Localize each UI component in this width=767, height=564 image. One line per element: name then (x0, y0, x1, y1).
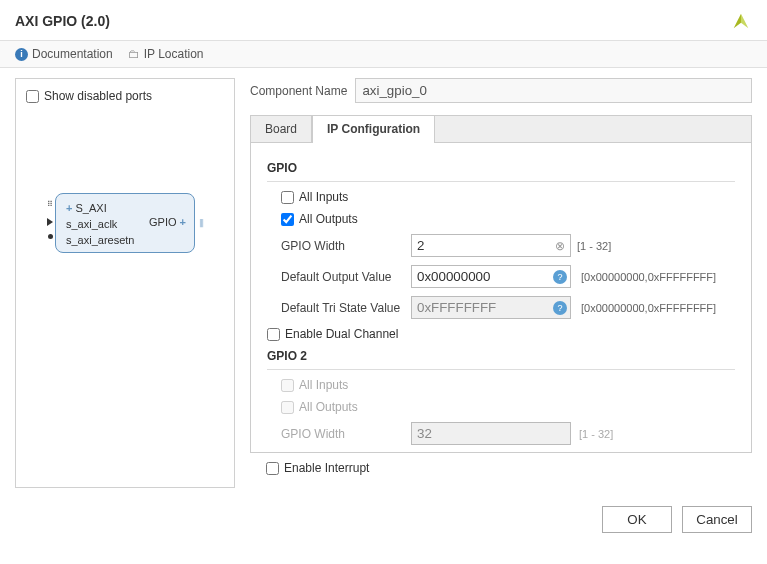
documentation-link[interactable]: i Documentation (15, 47, 113, 61)
info-icon[interactable]: ? (553, 270, 567, 284)
gpio-dts-input[interactable] (411, 296, 571, 319)
enable-interrupt-label: Enable Interrupt (284, 461, 369, 475)
page-title: AXI GPIO (2.0) (15, 13, 110, 29)
tab-bar: Board IP Configuration (250, 115, 752, 143)
gpio-all-outputs-checkbox[interactable] (281, 213, 294, 226)
folder-icon: 🗀 (128, 47, 140, 61)
enable-dual-channel-checkbox[interactable] (267, 328, 280, 341)
info-icon: i (15, 48, 28, 61)
port-s-axi: S_AXI (76, 202, 107, 214)
gpio-all-outputs-label: All Outputs (299, 212, 358, 226)
bus-marker-icon: ⠿ (47, 200, 52, 209)
gpio-dts-label: Default Tri State Value (281, 301, 411, 315)
expand-icon[interactable]: + (180, 216, 186, 228)
toolbar: i Documentation 🗀 IP Location (0, 40, 767, 68)
gpio-all-inputs-checkbox[interactable] (281, 191, 294, 204)
divider (267, 369, 735, 370)
gpio2-all-outputs-label: All Outputs (299, 400, 358, 414)
tab-ip-configuration[interactable]: IP Configuration (312, 116, 435, 143)
show-disabled-ports-checkbox[interactable] (26, 90, 39, 103)
cancel-button[interactable]: Cancel (682, 506, 752, 533)
gpio-dov-label: Default Output Value (281, 270, 411, 284)
port-aresetn: s_axi_aresetn (66, 232, 184, 248)
ok-button[interactable]: OK (602, 506, 672, 533)
gpio2-all-outputs-checkbox (281, 401, 294, 414)
preview-panel: Show disabled ports ⠿ + S_AXI s_axi_aclk… (15, 78, 235, 488)
gpio2-width-range: [1 - 32] (579, 428, 613, 440)
gpio2-all-inputs-checkbox (281, 379, 294, 392)
gpio-width-range: [1 - 32] (577, 240, 611, 252)
port-gpio: GPIO (149, 216, 177, 228)
documentation-label: Documentation (32, 47, 113, 61)
gpio-width-label: GPIO Width (281, 239, 411, 253)
clock-arrow-icon (47, 218, 53, 226)
gpio-width-input[interactable] (411, 234, 571, 257)
config-scroll-area[interactable]: GPIO All Inputs All Outputs GPIO Width ⊗… (250, 143, 752, 453)
ip-block: ⠿ + S_AXI s_axi_aclk s_axi_aresetn GPIO … (55, 193, 195, 253)
ip-block-diagram: ⠿ + S_AXI s_axi_aclk s_axi_aresetn GPIO … (26, 193, 224, 253)
ip-location-label: IP Location (144, 47, 204, 61)
gpio2-all-inputs-label: All Inputs (299, 378, 348, 392)
info-icon[interactable]: ? (553, 301, 567, 315)
gpio-dov-range: [0x00000000,0xFFFFFFFF] (581, 271, 716, 283)
gpio-group-title: GPIO (267, 161, 735, 175)
clear-icon[interactable]: ⊗ (555, 239, 565, 253)
gpio-dts-range: [0x00000000,0xFFFFFFFF] (581, 302, 716, 314)
gpio-all-inputs-label: All Inputs (299, 190, 348, 204)
enable-dual-channel-label: Enable Dual Channel (285, 327, 398, 341)
gpio-dov-input[interactable] (411, 265, 571, 288)
gpio2-width-input (411, 422, 571, 445)
expand-icon[interactable]: + (66, 202, 72, 214)
show-disabled-ports-label: Show disabled ports (44, 89, 152, 103)
config-panel: Component Name Board IP Configuration GP… (235, 68, 767, 498)
reset-dot-icon (48, 234, 53, 239)
component-name-label: Component Name (250, 84, 347, 98)
dialog-footer: OK Cancel (0, 498, 767, 541)
enable-interrupt-checkbox[interactable] (266, 462, 279, 475)
tab-board[interactable]: Board (251, 116, 312, 142)
xilinx-logo-icon (730, 10, 752, 32)
divider (267, 181, 735, 182)
component-name-input[interactable] (355, 78, 752, 103)
bus-out-icon: ⦀ (199, 216, 204, 230)
ip-location-link[interactable]: 🗀 IP Location (128, 47, 204, 61)
gpio2-width-label: GPIO Width (281, 427, 411, 441)
gpio2-group-title: GPIO 2 (267, 349, 735, 363)
